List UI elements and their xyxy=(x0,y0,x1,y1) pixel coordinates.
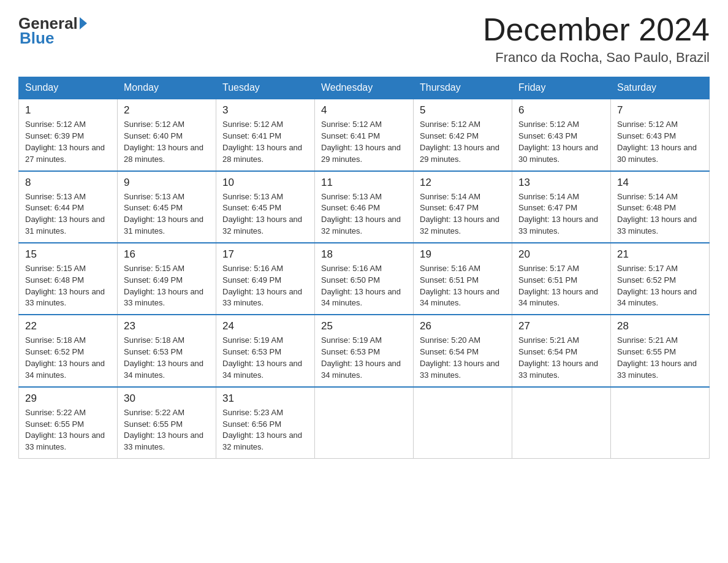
col-header-friday: Friday xyxy=(512,77,611,99)
calendar-cell: 15 Sunrise: 5:15 AMSunset: 6:48 PMDaylig… xyxy=(19,243,118,315)
calendar-cell: 19 Sunrise: 5:16 AMSunset: 6:51 PMDaylig… xyxy=(414,243,512,315)
day-number: 15 xyxy=(25,248,111,261)
day-info: Sunrise: 5:12 AMSunset: 6:42 PMDaylight:… xyxy=(420,119,506,165)
calendar-cell: 22 Sunrise: 5:18 AMSunset: 6:52 PMDaylig… xyxy=(19,315,118,386)
day-info: Sunrise: 5:12 AMSunset: 6:41 PMDaylight:… xyxy=(222,119,308,165)
day-number: 8 xyxy=(25,177,111,189)
day-number: 12 xyxy=(420,177,506,189)
calendar-cell: 18 Sunrise: 5:16 AMSunset: 6:50 PMDaylig… xyxy=(315,243,414,315)
calendar-cell: 9 Sunrise: 5:13 AMSunset: 6:45 PMDayligh… xyxy=(118,171,216,243)
day-info: Sunrise: 5:12 AMSunset: 6:43 PMDaylight:… xyxy=(617,119,703,165)
col-header-sunday: Sunday xyxy=(19,77,118,99)
day-number: 10 xyxy=(222,177,308,189)
day-info: Sunrise: 5:13 AMSunset: 6:44 PMDaylight:… xyxy=(25,191,111,237)
day-info: Sunrise: 5:17 AMSunset: 6:52 PMDaylight:… xyxy=(617,263,703,309)
calendar-title: December 2024 xyxy=(483,12,710,47)
page-header: General Blue December 2024 Franco da Roc… xyxy=(18,12,710,66)
day-number: 1 xyxy=(25,104,111,117)
calendar-subtitle: Franco da Rocha, Sao Paulo, Brazil xyxy=(483,50,710,66)
day-number: 26 xyxy=(420,320,506,332)
day-number: 9 xyxy=(124,177,210,189)
day-info: Sunrise: 5:12 AMSunset: 6:39 PMDaylight:… xyxy=(25,119,111,165)
logo-blue-text: Blue xyxy=(18,30,54,46)
week-row-2: 8 Sunrise: 5:13 AMSunset: 6:44 PMDayligh… xyxy=(19,171,710,243)
calendar-cell: 11 Sunrise: 5:13 AMSunset: 6:46 PMDaylig… xyxy=(315,171,414,243)
day-number: 16 xyxy=(124,248,210,261)
calendar-cell: 14 Sunrise: 5:14 AMSunset: 6:48 PMDaylig… xyxy=(611,171,710,243)
day-number: 23 xyxy=(124,320,210,332)
calendar-cell: 5 Sunrise: 5:12 AMSunset: 6:42 PMDayligh… xyxy=(414,99,512,170)
day-number: 11 xyxy=(321,177,407,189)
calendar-cell: 10 Sunrise: 5:13 AMSunset: 6:45 PMDaylig… xyxy=(216,171,315,243)
day-number: 5 xyxy=(420,104,506,117)
logo-arrow-icon xyxy=(80,17,87,29)
calendar-cell: 21 Sunrise: 5:17 AMSunset: 6:52 PMDaylig… xyxy=(611,243,710,315)
calendar-header-row: SundayMondayTuesdayWednesdayThursdayFrid… xyxy=(19,77,710,99)
day-number: 29 xyxy=(25,393,111,405)
day-number: 18 xyxy=(321,248,407,261)
day-info: Sunrise: 5:14 AMSunset: 6:48 PMDaylight:… xyxy=(617,191,703,237)
calendar-cell xyxy=(414,387,512,459)
day-info: Sunrise: 5:15 AMSunset: 6:49 PMDaylight:… xyxy=(124,263,210,309)
day-info: Sunrise: 5:18 AMSunset: 6:53 PMDaylight:… xyxy=(124,335,210,381)
day-info: Sunrise: 5:14 AMSunset: 6:47 PMDaylight:… xyxy=(518,191,604,237)
calendar-cell: 30 Sunrise: 5:22 AMSunset: 6:55 PMDaylig… xyxy=(118,387,216,459)
day-info: Sunrise: 5:12 AMSunset: 6:43 PMDaylight:… xyxy=(518,119,604,165)
day-info: Sunrise: 5:23 AMSunset: 6:56 PMDaylight:… xyxy=(222,407,308,453)
calendar-cell xyxy=(512,387,611,459)
day-info: Sunrise: 5:20 AMSunset: 6:54 PMDaylight:… xyxy=(420,335,506,381)
calendar-cell: 6 Sunrise: 5:12 AMSunset: 6:43 PMDayligh… xyxy=(512,99,611,170)
calendar-table: SundayMondayTuesdayWednesdayThursdayFrid… xyxy=(18,77,710,459)
calendar-cell: 31 Sunrise: 5:23 AMSunset: 6:56 PMDaylig… xyxy=(216,387,315,459)
day-info: Sunrise: 5:16 AMSunset: 6:51 PMDaylight:… xyxy=(420,263,506,309)
col-header-tuesday: Tuesday xyxy=(216,77,315,99)
week-row-3: 15 Sunrise: 5:15 AMSunset: 6:48 PMDaylig… xyxy=(19,243,710,315)
calendar-cell xyxy=(611,387,710,459)
calendar-cell: 8 Sunrise: 5:13 AMSunset: 6:44 PMDayligh… xyxy=(19,171,118,243)
day-number: 21 xyxy=(617,248,703,261)
day-info: Sunrise: 5:22 AMSunset: 6:55 PMDaylight:… xyxy=(25,407,111,453)
calendar-cell: 4 Sunrise: 5:12 AMSunset: 6:41 PMDayligh… xyxy=(315,99,414,170)
calendar-cell: 27 Sunrise: 5:21 AMSunset: 6:54 PMDaylig… xyxy=(512,315,611,386)
day-number: 24 xyxy=(222,320,308,332)
day-number: 2 xyxy=(124,104,210,117)
title-area: December 2024 Franco da Rocha, Sao Paulo… xyxy=(483,12,710,66)
day-info: Sunrise: 5:18 AMSunset: 6:52 PMDaylight:… xyxy=(25,335,111,381)
week-row-1: 1 Sunrise: 5:12 AMSunset: 6:39 PMDayligh… xyxy=(19,99,710,170)
week-row-4: 22 Sunrise: 5:18 AMSunset: 6:52 PMDaylig… xyxy=(19,315,710,386)
day-number: 6 xyxy=(518,104,604,117)
calendar-cell: 26 Sunrise: 5:20 AMSunset: 6:54 PMDaylig… xyxy=(414,315,512,386)
calendar-cell: 29 Sunrise: 5:22 AMSunset: 6:55 PMDaylig… xyxy=(19,387,118,459)
day-info: Sunrise: 5:15 AMSunset: 6:48 PMDaylight:… xyxy=(25,263,111,309)
day-number: 31 xyxy=(222,393,308,405)
week-row-5: 29 Sunrise: 5:22 AMSunset: 6:55 PMDaylig… xyxy=(19,387,710,459)
day-number: 27 xyxy=(518,320,604,332)
calendar-cell: 28 Sunrise: 5:21 AMSunset: 6:55 PMDaylig… xyxy=(611,315,710,386)
day-number: 14 xyxy=(617,177,703,189)
col-header-saturday: Saturday xyxy=(611,77,710,99)
day-info: Sunrise: 5:12 AMSunset: 6:40 PMDaylight:… xyxy=(124,119,210,165)
day-info: Sunrise: 5:22 AMSunset: 6:55 PMDaylight:… xyxy=(124,407,210,453)
calendar-cell: 23 Sunrise: 5:18 AMSunset: 6:53 PMDaylig… xyxy=(118,315,216,386)
day-info: Sunrise: 5:21 AMSunset: 6:54 PMDaylight:… xyxy=(518,335,604,381)
day-info: Sunrise: 5:17 AMSunset: 6:51 PMDaylight:… xyxy=(518,263,604,309)
day-info: Sunrise: 5:16 AMSunset: 6:50 PMDaylight:… xyxy=(321,263,407,309)
calendar-cell: 3 Sunrise: 5:12 AMSunset: 6:41 PMDayligh… xyxy=(216,99,315,170)
day-number: 13 xyxy=(518,177,604,189)
calendar-cell: 13 Sunrise: 5:14 AMSunset: 6:47 PMDaylig… xyxy=(512,171,611,243)
calendar-cell: 20 Sunrise: 5:17 AMSunset: 6:51 PMDaylig… xyxy=(512,243,611,315)
col-header-thursday: Thursday xyxy=(414,77,512,99)
calendar-cell: 1 Sunrise: 5:12 AMSunset: 6:39 PMDayligh… xyxy=(19,99,118,170)
calendar-cell xyxy=(315,387,414,459)
calendar-cell: 25 Sunrise: 5:19 AMSunset: 6:53 PMDaylig… xyxy=(315,315,414,386)
calendar-cell: 12 Sunrise: 5:14 AMSunset: 6:47 PMDaylig… xyxy=(414,171,512,243)
calendar-cell: 24 Sunrise: 5:19 AMSunset: 6:53 PMDaylig… xyxy=(216,315,315,386)
day-info: Sunrise: 5:13 AMSunset: 6:46 PMDaylight:… xyxy=(321,191,407,237)
day-number: 25 xyxy=(321,320,407,332)
col-header-monday: Monday xyxy=(118,77,216,99)
day-number: 4 xyxy=(321,104,407,117)
day-number: 7 xyxy=(617,104,703,117)
col-header-wednesday: Wednesday xyxy=(315,77,414,99)
day-info: Sunrise: 5:12 AMSunset: 6:41 PMDaylight:… xyxy=(321,119,407,165)
day-info: Sunrise: 5:14 AMSunset: 6:47 PMDaylight:… xyxy=(420,191,506,237)
